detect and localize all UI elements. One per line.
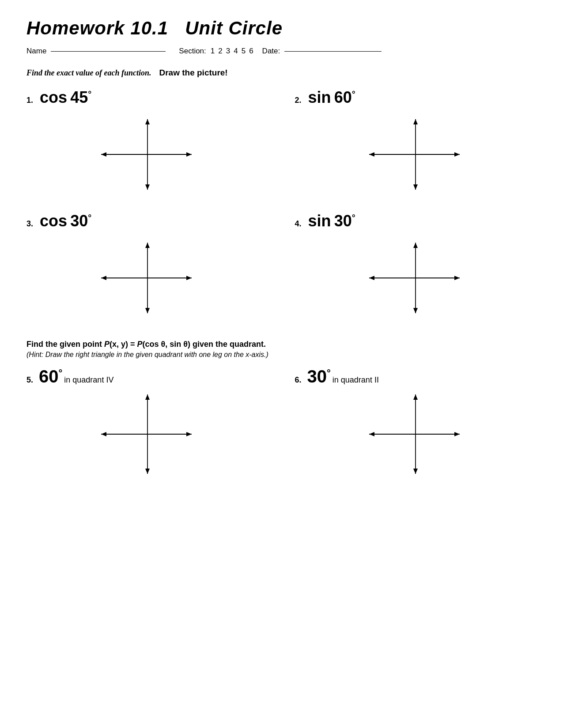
svg-marker-13 xyxy=(101,276,106,280)
problem-6-angle: 30° xyxy=(307,367,331,387)
problem-6-num: 6. xyxy=(295,375,306,385)
problem-3-axes xyxy=(26,234,268,322)
problem-3-expr: cos 30° xyxy=(40,212,91,230)
svg-marker-11 xyxy=(413,184,418,190)
problem-6-quadrant: in quadrant II xyxy=(333,375,379,385)
problem-4: 4. sin 30° xyxy=(295,212,537,322)
problem-4-axes xyxy=(295,234,537,322)
svg-marker-19 xyxy=(369,276,374,280)
svg-marker-20 xyxy=(454,276,460,280)
instructions-row: Find the exact value of each function. D… xyxy=(26,68,537,78)
find-point-section: Find the given point P(x, y) = P(cos θ, … xyxy=(26,340,537,359)
svg-marker-14 xyxy=(186,276,192,280)
problem-2: 2. sin 60° xyxy=(295,88,537,199)
subtitle-label: Unit Circle xyxy=(185,18,283,38)
svg-marker-5 xyxy=(145,184,150,190)
find-point-cossin: (cos θ, sin θ) xyxy=(143,340,190,349)
svg-marker-2 xyxy=(186,152,192,157)
problem-6-axes xyxy=(295,390,537,478)
svg-marker-16 xyxy=(145,243,150,248)
section-5: 5 xyxy=(242,47,246,56)
problem-5: 5. 60° in quadrant IV xyxy=(26,367,268,478)
section-2: 2 xyxy=(218,47,222,56)
section-6: 6 xyxy=(249,47,253,56)
problem-3-label: 3. cos 30° xyxy=(26,212,268,230)
svg-marker-23 xyxy=(413,308,418,313)
find-point-pmath: P xyxy=(137,340,143,349)
problem-3: 3. cos 30° xyxy=(26,212,268,322)
find-point-title: Find the given point P(x, y) = P(cos θ, … xyxy=(26,340,537,349)
problem-1: 1. cos 45° xyxy=(26,88,268,199)
date-label: Date: xyxy=(262,47,280,56)
problems-grid: 1. cos 45° 2. sin 60° xyxy=(26,88,537,322)
problem-2-label: 2. sin 60° xyxy=(295,88,537,107)
problem-5-angle: 60° xyxy=(39,367,62,387)
svg-marker-32 xyxy=(454,432,460,436)
svg-marker-17 xyxy=(145,308,150,313)
name-line xyxy=(51,51,166,52)
svg-marker-7 xyxy=(369,152,374,157)
svg-marker-34 xyxy=(413,394,418,400)
problem-5-axes xyxy=(26,390,268,478)
problem-4-label: 4. sin 30° xyxy=(295,212,537,230)
problem-4-num: 4. xyxy=(295,219,306,229)
problem-3-num: 3. xyxy=(26,219,37,229)
problems-grid-lower: 5. 60° in quadrant IV 6. 30° in quadrant… xyxy=(26,367,537,478)
instructions-bold: Draw the picture! xyxy=(159,68,228,78)
problem-1-num: 1. xyxy=(26,96,37,105)
section-label: Section: xyxy=(179,47,206,56)
find-point-xy: (x, y) = xyxy=(110,340,137,349)
problem-2-num: 2. xyxy=(295,96,306,105)
date-line xyxy=(284,51,382,52)
homework-label: Homework 10.1 xyxy=(26,18,168,38)
instructions-italic: Find the exact value of each function. xyxy=(26,68,151,78)
svg-marker-4 xyxy=(145,119,150,124)
problem-1-label: 1. cos 45° xyxy=(26,88,268,107)
svg-marker-22 xyxy=(413,243,418,248)
problem-2-axes xyxy=(295,110,537,199)
find-point-math: P xyxy=(104,340,110,349)
section-numbers: 1 2 3 4 5 6 xyxy=(211,47,253,56)
problem-5-label: 5. 60° in quadrant IV xyxy=(26,367,268,387)
find-point-post: given the quadrant. xyxy=(190,340,266,349)
svg-marker-1 xyxy=(101,152,106,157)
problem-5-num: 5. xyxy=(26,375,37,385)
section-4: 4 xyxy=(234,47,238,56)
svg-marker-10 xyxy=(413,119,418,124)
problem-2-expr: sin 60° xyxy=(308,88,355,107)
svg-marker-31 xyxy=(369,432,374,436)
svg-marker-28 xyxy=(145,394,150,400)
svg-marker-35 xyxy=(413,469,418,474)
svg-marker-8 xyxy=(454,152,460,157)
problem-4-expr: sin 30° xyxy=(308,212,355,230)
section-3: 3 xyxy=(226,47,230,56)
find-point-hint: (Hint: Draw the right triangle in the gi… xyxy=(26,351,537,359)
problem-5-quadrant: in quadrant IV xyxy=(64,375,113,385)
svg-marker-25 xyxy=(101,432,106,436)
problem-1-axes xyxy=(26,110,268,199)
name-row: Name Section: 1 2 3 4 5 6 Date: xyxy=(26,47,537,56)
svg-marker-26 xyxy=(186,432,192,436)
svg-marker-29 xyxy=(145,469,150,474)
problem-6-label: 6. 30° in quadrant II xyxy=(295,367,537,387)
name-label: Name xyxy=(26,47,46,56)
problem-6: 6. 30° in quadrant II xyxy=(295,367,537,478)
page-title: Homework 10.1 Unit Circle xyxy=(26,18,537,39)
find-point-pre: Find the given point xyxy=(26,340,104,349)
problem-1-expr: cos 45° xyxy=(40,88,91,107)
section-1: 1 xyxy=(211,47,215,56)
